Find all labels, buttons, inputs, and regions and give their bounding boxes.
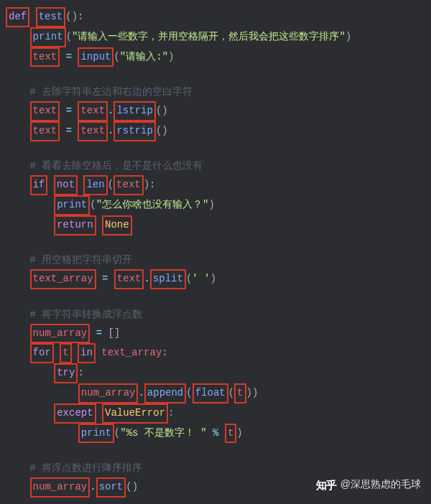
code-line: if not len(text): (0, 175, 431, 195)
code-line: text = input("请输入:") (0, 47, 431, 67)
code-line: except ValueError: (0, 403, 431, 424)
code-line (0, 443, 431, 460)
code-line (0, 235, 431, 253)
code-line: # 看看去除空格后，是不是什么也没有 (0, 158, 431, 175)
code-line: def test(): (0, 7, 431, 27)
code-line: # 用空格把字符串切开 (0, 252, 431, 269)
code-line: return None (0, 215, 431, 235)
code-line: # 将浮点数进行降序排序 (0, 460, 431, 477)
code-line (0, 67, 431, 84)
code-line: text = text.rstrip() (0, 121, 431, 141)
code-line (0, 289, 431, 307)
code-block: def test(): print("请输入一些数字，并用空格隔开，然后我会把这… (0, 7, 431, 498)
zhihu-logo-icon: 知乎 (316, 476, 336, 495)
watermark-author: @深思熟虑的毛球 (340, 476, 421, 493)
watermark: 知乎 @深思熟虑的毛球 (316, 476, 421, 495)
code-line: num_array = [] (0, 324, 431, 344)
code-line: print("怎么你啥也没有输入？") (0, 195, 431, 215)
code-line: for t in text_array: (0, 343, 431, 363)
code-line: print("%s 不是数字！ " % t) (0, 424, 431, 444)
code-line (0, 141, 431, 159)
code-line: # 将字符串转换成浮点数 (0, 307, 431, 324)
code-line: text = text.lstrip() (0, 101, 431, 121)
code-line: text_array = text.split(' ') (0, 269, 431, 289)
code-line: num_array.append(float(t)) (0, 383, 431, 403)
code-line: try: (0, 363, 431, 383)
code-line: # 去除字符串左边和右边的空白字符 (0, 84, 431, 101)
code-line: print("请输入一些数字，并用空格隔开，然后我会把这些数字排序") (0, 27, 431, 47)
